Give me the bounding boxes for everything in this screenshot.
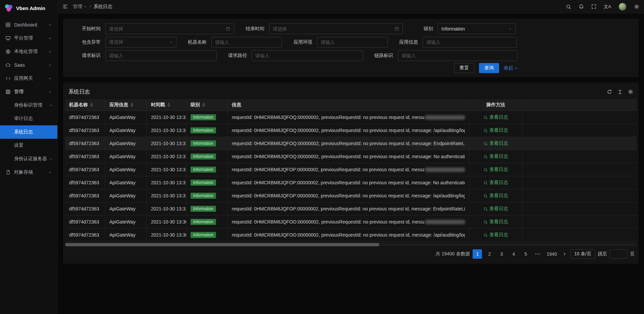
breadcrumb-item-management[interactable]: 管理: [73, 4, 87, 10]
chevron-down-icon: [169, 41, 173, 44]
table-row: df5974d72363ApiGateWay2021-10-30 13:31:3…: [65, 137, 637, 150]
sidebar-item-dashboard[interactable]: Dashboard: [0, 18, 57, 32]
view-log-button[interactable]: 查看日志: [483, 219, 508, 225]
jump-page-input[interactable]: [610, 249, 627, 259]
page-button-1940[interactable]: 1940: [545, 249, 558, 259]
cell-filler: [523, 111, 637, 124]
cell-level: Information: [186, 111, 228, 124]
view-log-button[interactable]: 查看日志: [483, 114, 508, 120]
app-title: Vben Admin: [16, 5, 45, 11]
sidebar-item-auth-server[interactable]: 身份认证服务器: [0, 152, 57, 166]
table-title: 系统日志: [68, 88, 90, 96]
search-icon: [483, 194, 488, 198]
page-size-select[interactable]: 10 条/页: [571, 249, 595, 259]
cell-filler: [523, 189, 637, 202]
page-button-5[interactable]: 5: [521, 249, 530, 259]
app-info-input[interactable]: [426, 40, 513, 45]
cell-message: requestId: 0HMCRBM8JQFOP:00000002, previ…: [228, 202, 469, 215]
pagination-ellipsis: •••: [533, 249, 542, 259]
sidebar-collapse-icon[interactable]: [62, 4, 68, 9]
sidebar-item-application-gateway[interactable]: 应用网关: [0, 72, 57, 85]
field-request-path: 请求路径: [217, 50, 363, 61]
view-log-button[interactable]: 查看日志: [483, 180, 508, 186]
sidebar-item-localization-management[interactable]: 本地化管理: [0, 45, 57, 58]
level-select[interactable]: Information: [438, 23, 516, 34]
sidebar-item-object-storage[interactable]: 对象存储: [0, 166, 57, 179]
view-log-button[interactable]: 查看日志: [483, 193, 508, 199]
query-button[interactable]: 查询: [479, 63, 499, 73]
calendar-icon: [226, 26, 230, 31]
app-env-label: 应用环境: [282, 39, 317, 45]
field-machine-name: 机器名称: [176, 37, 282, 48]
cell-message: requestId: 0HMCRBM8JQFOQ:00000002, previ…: [228, 124, 469, 137]
sort-carets-icon[interactable]: [167, 103, 170, 107]
sort-carets-icon[interactable]: [202, 103, 205, 107]
sidebar-item-audit-log[interactable]: 审计日志: [0, 112, 57, 125]
request-path-input[interactable]: [255, 53, 359, 58]
page-button-4[interactable]: 4: [509, 249, 518, 259]
avatar[interactable]: [619, 3, 627, 11]
reset-button[interactable]: 重置: [454, 63, 474, 73]
sort-carets-icon[interactable]: [130, 103, 133, 107]
view-log-button[interactable]: 查看日志: [483, 153, 508, 160]
chevron-up-icon: [48, 90, 52, 94]
cell-message: requestId: 0HMCRBM8JQFOO:00000002, previ…: [228, 215, 469, 229]
sort-carets-icon[interactable]: [90, 103, 93, 107]
fullscreen-icon[interactable]: [591, 4, 596, 9]
collapse-link[interactable]: 收起: [504, 65, 518, 71]
cell-app-info: ApiGateWay: [105, 163, 147, 176]
start-time-input[interactable]: [109, 26, 223, 32]
trace-id-label: 链路标识: [363, 53, 398, 59]
sidebar-item-identity-management[interactable]: 身份标识管理: [0, 99, 57, 112]
view-log-button[interactable]: 查看日志: [483, 232, 508, 238]
cell-actions: 查看日志: [469, 215, 523, 229]
cell-filler: [523, 137, 637, 150]
column-settings-icon[interactable]: [628, 89, 633, 95]
view-log-button[interactable]: 查看日志: [483, 140, 508, 146]
pagination-pages: 12345•••1940: [473, 249, 558, 259]
table-row: df5974d72363ApiGateWay2021-10-30 13:30:4…: [65, 215, 637, 229]
trace-id-input[interactable]: [401, 53, 514, 58]
column-header-machine-name[interactable]: 机器名称: [65, 99, 105, 111]
app-logo[interactable]: Vben Admin: [0, 0, 57, 16]
column-header-app-info[interactable]: 应用信息: [105, 99, 147, 111]
machine-name-input[interactable]: [215, 40, 278, 45]
sidebar-item-management[interactable]: 管理: [0, 85, 57, 99]
table-body: df5974d72363ApiGateWay2021-10-30 13:31:3…: [65, 111, 637, 242]
column-header-timestamp[interactable]: 时间戳: [147, 99, 186, 111]
notification-bell-icon[interactable]: [579, 4, 584, 9]
sidebar-item-system-log[interactable]: 系统日志: [0, 125, 57, 139]
end-time-input[interactable]: [273, 26, 392, 32]
column-header-level[interactable]: 级别: [186, 99, 228, 111]
pagination: 共 19400 条数据 12345•••1940 10 条/页 跳至 页: [65, 246, 637, 262]
request-id-input[interactable]: [109, 53, 213, 58]
horizontal-scrollbar[interactable]: [65, 243, 637, 246]
refresh-icon[interactable]: [607, 89, 612, 95]
include-exception-select[interactable]: 请选择: [105, 37, 176, 48]
level-label: 级别: [403, 26, 438, 32]
cell-machine-name: df5974d72363: [65, 150, 105, 163]
scrollbar-thumb[interactable]: [65, 243, 379, 246]
app-env-input[interactable]: [321, 40, 384, 45]
system-log-table: 机器名称应用信息时间戳级别信息操作方法 df5974d72363ApiGateW…: [65, 99, 637, 242]
sidebar-item-saas[interactable]: Saas: [0, 58, 57, 72]
filter-actions: 重置 查询 收起: [68, 63, 518, 73]
search-icon[interactable]: [566, 4, 571, 9]
next-page-button[interactable]: [561, 249, 568, 259]
page-button-1[interactable]: 1: [473, 249, 482, 259]
cell-actions: 查看日志: [469, 137, 523, 150]
page-button-3[interactable]: 3: [497, 249, 506, 259]
cell-filler: [523, 124, 637, 137]
cell-app-info: ApiGateWay: [105, 150, 147, 163]
gear-icon[interactable]: [634, 4, 639, 9]
view-log-button[interactable]: 查看日志: [483, 206, 508, 212]
sidebar-item-settings[interactable]: 设置: [0, 139, 57, 152]
language-translate-icon[interactable]: 文A: [604, 4, 611, 10]
view-log-button[interactable]: 查看日志: [483, 127, 508, 133]
view-log-button[interactable]: 查看日志: [483, 167, 508, 173]
page-button-2[interactable]: 2: [485, 249, 494, 259]
row-height-icon[interactable]: [618, 89, 623, 95]
sidebar-item-platform-management[interactable]: 平台管理: [0, 32, 57, 45]
cell-message: requestId: 0HMCRBM8JQFOP:00000002, previ…: [228, 176, 469, 189]
column-header-filler: [523, 99, 637, 111]
